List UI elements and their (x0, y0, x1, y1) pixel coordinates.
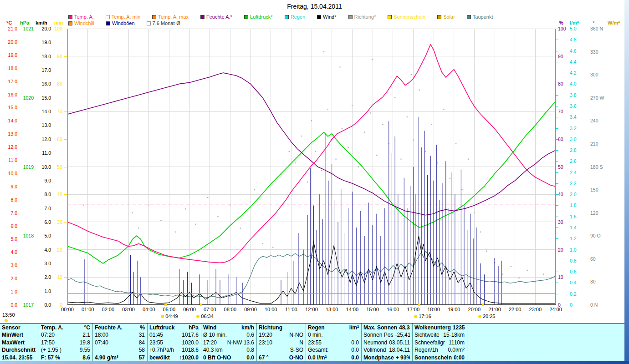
direction-dot (295, 162, 296, 164)
axis-label-wind-speed: 0.0 (35, 302, 51, 308)
axis-label-direction: 90 O (590, 233, 609, 238)
table-cell-label: 07:20 (41, 331, 55, 339)
axis-label-temp: 8.0 (1, 197, 17, 202)
legend-item-windb-en: Windböen (106, 20, 135, 26)
table-row: 23:550.0 (308, 339, 359, 346)
axis-tick-sunshine (64, 277, 67, 278)
axis-label-wind-speed: 8.0 (35, 192, 51, 197)
table-cell-label: Sichtweite (414, 331, 440, 339)
legend-swatch-temp-a (68, 15, 72, 19)
table-row: 19:20N-NO (259, 331, 303, 339)
table-row: 17:20N-NW 13.6 (203, 339, 254, 346)
axis-label-temp: 13.0 (1, 131, 17, 136)
direction-dot (410, 74, 412, 76)
axis-label-sunshine: 10 (51, 274, 62, 280)
axis-label-direction: 0 N (590, 302, 609, 308)
axis-label-wind-speed: 15.0 (35, 95, 51, 101)
table-row: 0 min. (308, 331, 359, 339)
axis-label-rain: 0.2 (570, 291, 583, 297)
axis-tick-rain (556, 40, 558, 40)
table-cell-value: 8.6 (82, 354, 90, 361)
table-cell-value: 84 (139, 339, 145, 346)
chart-plot-area[interactable] (67, 29, 556, 305)
axis-label-rain: 3.8 (570, 92, 583, 98)
table-row: Ø 10 min.0.6 (203, 331, 254, 339)
table-row: 18:0031 (95, 331, 145, 339)
axis-label-rain: 1.8 (570, 202, 583, 208)
axis-label-rain: 0.8 (570, 258, 583, 263)
direction-dot (240, 228, 241, 229)
table-cell-label: Vollmond (363, 346, 386, 354)
legend-swatch-wind (317, 15, 321, 19)
direction-dot (455, 143, 457, 145)
axis-label-direction: 30 (590, 279, 609, 284)
time-label: 19:00 (448, 307, 460, 312)
time-label: 23:00 (529, 307, 542, 312)
time-label: 02:00 (102, 307, 115, 312)
direction-dot (461, 189, 463, 191)
axis-label-sunshine: 40 (51, 192, 62, 197)
table-cell-value: 58 (139, 346, 145, 354)
table-cell-label: 17:20 (203, 339, 217, 346)
direction-dot (254, 189, 256, 191)
table-cell-value: 48,343° (399, 324, 410, 331)
table-cell-label: Sonnenschein (414, 354, 452, 361)
moonrise-time: 17:16 (414, 313, 431, 319)
sun-icon (478, 315, 481, 318)
table-row: F: 57 %8.6 (41, 354, 90, 361)
table-cell-value: O-NO (289, 354, 303, 361)
legend-item-windchill: Windchill (68, 20, 94, 26)
axis-unit-direction: ° (593, 20, 594, 25)
legend-item-7-6-monat: 7.6 Monat-Ø (147, 20, 180, 26)
axis-label-direction: 240 (590, 118, 609, 123)
axis-label-wind-speed: 16.0 (35, 81, 51, 86)
table-cell-value: N-NW 13.6 (227, 339, 254, 346)
axis-label-sunshine: 100 (51, 26, 62, 31)
axis-label-rain: 2.6 (570, 158, 583, 164)
table-cell-label: (+ 1.95 ) (41, 346, 61, 354)
direction-dot (480, 231, 481, 233)
axis-label-wind-speed: 12.0 (35, 136, 51, 142)
table-cell-label: F: 57 % (41, 354, 60, 361)
table-column-rain: Regenl/m²0 min.23:550.0Gesamt:0.00.0 l/m… (306, 324, 362, 362)
axis-label-humidity: 70 (558, 109, 570, 114)
table-cell-label: Temp. A. (41, 324, 63, 331)
table-row: 0.0 l/m²0.0 (308, 354, 359, 361)
table-row: 23:551020.0 (149, 339, 199, 346)
table-cell-label: 23:55 (308, 339, 322, 346)
direction-dot (335, 158, 337, 160)
time-label: 04:00 (143, 307, 155, 312)
axis-label-temp: 20.0 (1, 39, 17, 45)
direction-dot (339, 66, 341, 68)
legend-item-solar: Solar (437, 14, 455, 20)
legend-item-temp-a-min: Temp. A. min (106, 14, 141, 20)
table-cell-label: Regen (308, 324, 325, 331)
time-label: 17:00 (407, 307, 420, 312)
direction-dot (83, 204, 84, 206)
sun-axis-tick (164, 303, 167, 306)
direction-dot (352, 105, 353, 106)
axis-label-temp: 16.0 (1, 92, 17, 97)
table-cell-label: 23:55 (149, 339, 163, 346)
table-cell-label: Mondphase (363, 354, 394, 361)
table-column-temp: Temp. A.°C07:202.117:5019.8(+ 1.95 )9.55… (39, 324, 93, 362)
direction-dot (311, 120, 312, 121)
direction-dot (431, 124, 432, 125)
legend-label: Taupunkt (473, 14, 493, 20)
direction-dot (327, 109, 328, 110)
table-cell-value: 1110m (449, 339, 465, 346)
axis-tick-rain (556, 73, 558, 73)
axis-label-sunshine: 90 (51, 54, 62, 59)
table-cell-label: 23:10 (259, 339, 272, 346)
axis-unit-humidity: % (559, 20, 563, 25)
axis-label-pressure: 1021 (18, 26, 34, 31)
axis-label-temp: 18.0 (1, 66, 17, 71)
axis-label-temp: 15.0 (1, 105, 17, 110)
legend-item-temp-a: Temp. A. (68, 14, 94, 20)
legend-label: Temp. A. min (112, 14, 141, 20)
axis-label-rain: 3.4 (570, 114, 583, 120)
axis-unit-solar: W/m² (608, 20, 620, 25)
table-cell-value: 18.04.11 (389, 346, 410, 354)
table-row: LuftdruckhPa (149, 324, 199, 331)
table-row: 67 °O-NO (259, 354, 303, 361)
